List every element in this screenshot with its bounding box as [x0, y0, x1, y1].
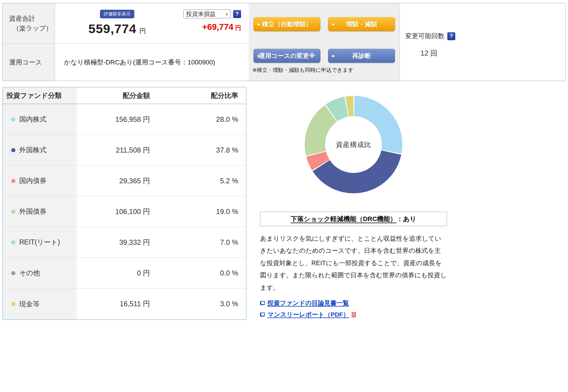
pdf-icon: [352, 312, 356, 317]
tsumitate-button-label: 積立（自動増額）: [262, 21, 312, 27]
arrow-icon: ▶: [258, 22, 260, 26]
asset-total-label: 資産合計 （楽ラップ）: [3, 3, 55, 44]
course-change-button-label: 運用コースの変更※: [259, 52, 315, 59]
action-buttons-panel: ▶ 積立（自動増額） ▶ 増額・減額 ▶ 運用コースの変更※ ▶ 再診断 ※積立: [249, 3, 400, 81]
tsumitate-button[interactable]: ▶ 積立（自動増額）: [254, 17, 320, 31]
allocation-table: 投資ファンド分類 配分金額 配分比率 国内株式 156,958 円 28.0 %…: [2, 87, 246, 320]
amount-cell: 211,508 円: [77, 135, 152, 165]
category-label: 国内債券: [19, 176, 46, 185]
amount-cell: 106,100 円: [77, 196, 152, 227]
category-label: REIT(リート): [19, 238, 60, 247]
apply-note: ※積立・増額・減額も同時に申込できます: [252, 67, 397, 74]
amount-cell: 156,958 円: [77, 104, 152, 135]
change-count-section: 変更可能回数 ? 12 回: [400, 3, 565, 81]
table-row: 国内債券 29,365 円 5.2 %: [3, 166, 246, 196]
table-row: 外国債券 106,100 円 19.0 %: [3, 196, 246, 227]
total-asset-amount-line: 559,774円: [88, 22, 146, 36]
asset-value-section: 評価額非表示 559,774円 投資来損益 ∨ ? +69,774円: [55, 3, 249, 44]
col-header-ratio: 配分比率: [152, 88, 246, 104]
donut-center: 資産構成比: [325, 116, 382, 173]
ratio-cell: 3.0 %: [152, 289, 246, 319]
drc-feature-box: 下落ショック軽減機能（DRC機能）：あり: [260, 212, 447, 226]
category-color-dot: [11, 271, 15, 275]
category-label: 外国株式: [19, 145, 46, 155]
help-icon-profit[interactable]: ?: [233, 10, 241, 18]
course-description: あまりリスクを気にしすぎずに、とことん収益性を追求していきたいあなたのためのコー…: [260, 233, 447, 294]
drc-title-suffix: ：あり: [396, 215, 416, 223]
arrow-icon: ▶: [258, 54, 260, 58]
arrow-icon: ▶: [332, 22, 335, 26]
category-color-dot: [11, 210, 15, 214]
course-name: かなり積極型-DRCあり(運用コース番号：1000900): [55, 58, 215, 67]
category-color-dot: [11, 117, 15, 122]
account-summary-panel: 資産合計 （楽ラップ） 運用コース 評価額非表示 559,774円 投資来損益 …: [2, 3, 566, 81]
category-label: 外国債券: [19, 207, 46, 216]
col-header-amount: 配分金額: [77, 88, 152, 104]
prospectus-link[interactable]: 投資ファンドの目論見書一覧: [260, 299, 349, 307]
ratio-cell: 19.0 %: [152, 196, 246, 227]
category-color-dot: [11, 240, 15, 244]
category-label: 現金等: [19, 299, 40, 309]
chevron-down-icon: ∨: [225, 12, 228, 16]
col-header-category: 投資ファンド分類: [3, 88, 77, 104]
profit-amount-line: +69,774円: [202, 22, 241, 32]
monthly-report-link[interactable]: マンスリーレポート（PDF）: [260, 310, 356, 319]
table-row: 外国株式 211,508 円 37.8 %: [3, 135, 246, 166]
allocation-table-header: 投資ファンド分類 配分金額 配分比率: [3, 88, 246, 104]
table-row: 国内株式 156,958 円 28.0 %: [3, 104, 246, 135]
ratio-cell: 28.0 %: [152, 104, 246, 135]
ratio-cell: 0.0 %: [152, 258, 246, 288]
rediagnosis-button-label: 再診断: [352, 52, 371, 59]
category-label: その他: [19, 268, 40, 278]
profit-amount: +69,774: [202, 22, 233, 32]
monthly-report-link-label: マンスリーレポート（PDF）: [267, 310, 349, 319]
donut-chart: 資産構成比: [305, 96, 402, 193]
profit-period-select-value: 投資来損益: [186, 10, 216, 18]
amount-cell: 16,511 円: [77, 289, 152, 319]
rediagnosis-button[interactable]: ▶ 再診断: [328, 49, 395, 63]
category-color-dot: [11, 179, 15, 183]
total-asset-unit: 円: [139, 27, 146, 35]
category-label: 国内株式: [19, 115, 46, 124]
table-row: 現金等 16,511 円 3.0 %: [3, 289, 246, 319]
external-window-icon: [260, 312, 265, 317]
external-window-icon: [260, 301, 265, 305]
change-count-label: 変更可能回数: [405, 32, 444, 41]
course-change-button[interactable]: ▶ 運用コースの変更※: [254, 49, 320, 63]
help-icon-change-count[interactable]: ?: [447, 32, 455, 40]
change-count-value: 12 回: [405, 48, 453, 58]
total-asset-amount: 559,774: [88, 22, 136, 36]
drc-title: 下落ショック軽減機能（DRC機能）: [291, 215, 397, 223]
amount-cell: 0 円: [77, 258, 152, 288]
ratio-cell: 5.2 %: [152, 166, 246, 196]
zogaku-gengaku-button-label: 増額・減額: [346, 21, 377, 27]
hide-valuation-button[interactable]: 評価額非表示: [100, 10, 134, 18]
summary-label-column: 資産合計 （楽ラップ） 運用コース: [3, 3, 55, 81]
table-row: REIT(リート) 39,332 円 7.0 %: [3, 227, 246, 258]
ratio-cell: 7.0 %: [152, 227, 246, 257]
category-color-dot: [11, 302, 15, 306]
profit-unit: 円: [235, 25, 241, 31]
amount-cell: 29,365 円: [77, 166, 152, 196]
chart-center-label: 資産構成比: [336, 140, 371, 149]
prospectus-link-label: 投資ファンドの目論見書一覧: [267, 299, 349, 307]
course-row-label: 運用コース: [3, 44, 55, 81]
ratio-cell: 37.8 %: [152, 135, 246, 165]
course-detail-panel: 資産構成比 下落ショック軽減機能（DRC機能）：あり あまりリスクを気にしすぎず…: [260, 87, 447, 319]
zogaku-gengaku-button[interactable]: ▶ 増額・減額: [328, 17, 395, 31]
course-row: かなり積極型-DRCあり(運用コース番号：1000900): [55, 44, 249, 81]
asset-total-label-line1: 資産合計: [9, 14, 55, 23]
document-links: 投資ファンドの目論見書一覧 マンスリーレポート（PDF）: [260, 299, 447, 319]
category-color-dot: [11, 148, 15, 152]
arrow-icon: ▶: [332, 54, 335, 58]
table-row: その他 0 円 0.0 %: [3, 258, 246, 289]
profit-period-select[interactable]: 投資来損益 ∨: [183, 9, 231, 18]
asset-total-label-line2: （楽ラップ）: [9, 23, 55, 33]
amount-cell: 39,332 円: [77, 227, 152, 257]
